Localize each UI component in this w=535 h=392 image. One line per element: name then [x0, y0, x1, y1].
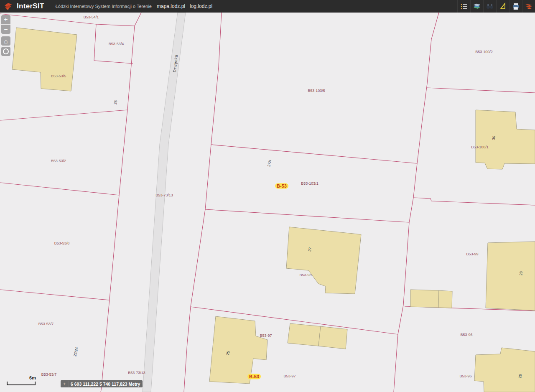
coordinates-text: 6 603 111,222 5 740 117,823 Metry: [71, 382, 140, 387]
search-button[interactable]: [483, 0, 496, 13]
topbar-links: mapa.lodz.pl log.lodz.pl: [157, 3, 212, 9]
app-subtitle: Łódzki Internetowy System Informacji o T…: [56, 4, 152, 9]
wings-icon: [525, 2, 533, 10]
intersit-logo-icon: [3, 2, 13, 11]
building-polygon[interactable]: [318, 326, 347, 349]
scale-bar-label: 6m: [29, 375, 36, 380]
building-polygon[interactable]: [410, 290, 439, 308]
map-canvas[interactable]: B53-54/1B53-53/4B53-53/5B53-100/2B53-103…: [0, 0, 535, 392]
legend-button[interactable]: [457, 0, 470, 13]
scale-bar: 6m: [7, 377, 35, 385]
link-log-lodz-pl[interactable]: log.lodz.pl: [190, 3, 212, 9]
building-polygon[interactable]: [438, 290, 452, 308]
locate-button[interactable]: [1, 47, 10, 56]
measure-icon: [499, 2, 507, 10]
print-button[interactable]: [509, 0, 522, 13]
building-polygon[interactable]: [288, 323, 321, 346]
coordinates-box: + 6 603 111,222 5 740 117,823 Metry: [61, 380, 143, 387]
print-icon: [512, 2, 520, 10]
locate-icon: [3, 48, 9, 54]
partner-logo-button[interactable]: [522, 0, 535, 13]
zoom-in-button[interactable]: +: [1, 15, 10, 24]
home-extent-button[interactable]: ⌂: [1, 36, 10, 46]
top-bar: InterSIT Łódzki Internetowy System Infor…: [0, 0, 535, 13]
legend-icon: [460, 2, 468, 10]
layers-icon: [473, 2, 481, 10]
crosshair-icon: +: [61, 381, 69, 387]
building-polygon[interactable]: [486, 242, 535, 311]
scale-bar-rule: [7, 382, 36, 385]
measure-button[interactable]: [496, 0, 509, 13]
binoculars-icon: [486, 2, 494, 10]
toolbar-icons: [457, 0, 535, 13]
link-mapa-lodz-pl[interactable]: mapa.lodz.pl: [157, 3, 185, 9]
app-title: InterSIT: [17, 2, 44, 10]
layers-button[interactable]: [470, 0, 483, 13]
map-svg[interactable]: [0, 0, 535, 392]
zoom-out-button[interactable]: −: [1, 25, 10, 34]
map-background[interactable]: [0, 0, 535, 392]
